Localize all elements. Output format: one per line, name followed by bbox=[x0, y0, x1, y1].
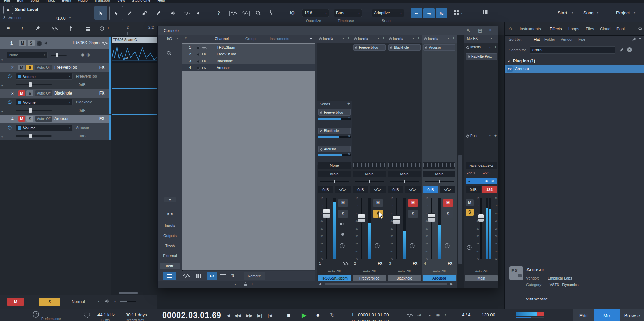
expand-automation-icon[interactable]: ▾ bbox=[1, 110, 3, 113]
inserts-header[interactable]: Inserts ▾ + bbox=[317, 35, 352, 43]
performance-gauge-icon[interactable] bbox=[32, 311, 39, 318]
wrench-icon[interactable] bbox=[35, 26, 40, 31]
sort-flat[interactable]: Flat bbox=[534, 37, 540, 41]
track-name[interactable]: Arousor bbox=[54, 116, 69, 121]
bank-trash[interactable]: Trash bbox=[158, 243, 182, 249]
output-select[interactable]: Main bbox=[388, 171, 421, 177]
fx-view-button[interactable]: FX bbox=[207, 272, 217, 280]
power-icon[interactable] bbox=[320, 111, 323, 114]
solo-button[interactable]: S bbox=[408, 210, 418, 218]
power-icon[interactable] bbox=[320, 148, 323, 151]
console-vscrollbar[interactable] bbox=[457, 35, 464, 288]
channel-row[interactable]: 3 FX Blackhole bbox=[182, 57, 315, 65]
chevron-down-icon[interactable]: ▾ bbox=[177, 37, 178, 40]
browse-view-button[interactable]: Browse bbox=[620, 309, 644, 321]
send-slot[interactable]: Blackhole bbox=[318, 128, 351, 134]
search-input[interactable] bbox=[530, 46, 615, 54]
automation-mode[interactable]: Auto: Off bbox=[352, 269, 387, 273]
automation-slider-handle[interactable] bbox=[29, 82, 32, 87]
snap-dropdown[interactable]: Adaptive ▾ bbox=[372, 9, 404, 17]
io-selector[interactable]: I/O bbox=[167, 37, 172, 41]
track-name[interactable]: TR606S..3bpm bbox=[72, 40, 100, 45]
song-page-button[interactable]: Song bbox=[583, 10, 593, 15]
automation-param-dropdown[interactable]: Volume ▾ bbox=[16, 73, 73, 80]
solo-button[interactable]: S bbox=[338, 210, 348, 218]
chevron-down-icon[interactable]: ▾ bbox=[98, 300, 99, 303]
chevron-down-icon[interactable]: ▾ bbox=[378, 37, 379, 40]
play-button[interactable]: ▶ bbox=[302, 311, 307, 319]
ring-icon[interactable]: ◉ bbox=[436, 312, 440, 317]
sort-vendor[interactable]: Vendor bbox=[561, 37, 573, 41]
mute-button[interactable]: M bbox=[466, 199, 474, 206]
pan-display[interactable]: <C> bbox=[370, 186, 386, 193]
menu-view[interactable]: View bbox=[117, 0, 125, 2]
scroll-left-icon[interactable]: ◀ bbox=[319, 282, 321, 286]
track-io-dropdown[interactable]: None ▾ bbox=[7, 52, 48, 58]
chevron-down-icon[interactable]: ▾ bbox=[69, 16, 71, 19]
chevron-down-icon[interactable]: ▾ bbox=[491, 37, 492, 40]
wrench-icon[interactable] bbox=[632, 37, 637, 42]
chevron-down-icon[interactable]: ▾ bbox=[413, 37, 414, 40]
fx-badge[interactable]: FX bbox=[99, 116, 104, 121]
menu-event[interactable]: Event bbox=[62, 0, 71, 2]
fader-handle[interactable] bbox=[428, 213, 435, 222]
vscrollbar-thumb[interactable] bbox=[458, 155, 462, 264]
post-inserts-header[interactable]: Post ▾ + bbox=[464, 133, 498, 139]
global-solo-button[interactable]: S bbox=[39, 298, 60, 306]
mute-button[interactable]: M bbox=[373, 199, 383, 207]
mute-tool-button[interactable] bbox=[166, 6, 179, 20]
fader-track[interactable] bbox=[326, 198, 327, 259]
metering-toolbar[interactable]: ▲ ◉ ◎ bbox=[466, 178, 497, 184]
power-icon[interactable] bbox=[7, 125, 12, 130]
add-icon[interactable]: + bbox=[251, 282, 253, 286]
chevron-down-icon[interactable]: ▾ bbox=[572, 11, 573, 14]
sort-folder[interactable]: Folder bbox=[544, 37, 555, 41]
automation-mode[interactable]: Auto: Off bbox=[464, 269, 498, 273]
automation-mode-button[interactable]: Auto: Off bbox=[35, 65, 52, 70]
power-icon[interactable] bbox=[319, 37, 322, 40]
dot-icon[interactable]: ● bbox=[429, 313, 431, 317]
automation-value-slider[interactable] bbox=[16, 84, 52, 85]
mute-button[interactable]: M bbox=[18, 116, 25, 122]
pan-display[interactable]: <C> bbox=[440, 186, 455, 193]
automation-wave-icon[interactable] bbox=[407, 313, 413, 317]
power-icon[interactable] bbox=[390, 46, 393, 49]
paint-tool-button[interactable] bbox=[152, 6, 165, 20]
chevron-down-icon[interactable]: ▾ bbox=[448, 37, 449, 40]
bank-instr[interactable]: Instr. bbox=[160, 263, 180, 269]
clock-icon[interactable] bbox=[409, 243, 415, 249]
output-select[interactable]: Main bbox=[423, 171, 455, 177]
automation-mode[interactable]: Auto: Off bbox=[317, 269, 352, 273]
add-track-button[interactable]: + bbox=[107, 26, 110, 31]
inspector-icon[interactable]: i bbox=[22, 26, 23, 31]
automation-icon[interactable] bbox=[52, 27, 58, 31]
automation-mode-button[interactable]: Auto: Off bbox=[35, 116, 52, 122]
tempo-display[interactable]: 120.00 bbox=[482, 312, 495, 317]
expand-automation-icon[interactable]: ▾ bbox=[1, 58, 3, 62]
pan-display[interactable]: <C> bbox=[405, 186, 421, 193]
search-icon[interactable] bbox=[638, 26, 643, 31]
pan-slider-handle[interactable] bbox=[404, 180, 405, 183]
track-row[interactable]: 1 M S TR606S..3bpm None ▾ ◉ ◎ bbox=[0, 37, 111, 63]
menu-studio-one[interactable]: Studio One bbox=[132, 0, 150, 2]
mixfx-header[interactable]: Mix FX ▾ bbox=[464, 35, 498, 43]
inserts-header[interactable]: Inserts ▾ + bbox=[352, 35, 387, 43]
menu-help[interactable]: Help bbox=[157, 0, 165, 2]
clock-icon[interactable] bbox=[466, 244, 472, 250]
lock-icon[interactable] bbox=[244, 282, 247, 286]
loop-start-value[interactable]: 00001.01.01.00 bbox=[358, 312, 389, 317]
insert-slot[interactable]: FabFilterPro.. bbox=[466, 53, 497, 60]
strip-name[interactable]: Main bbox=[465, 275, 498, 281]
gain-display[interactable]: 0dB bbox=[466, 186, 481, 193]
punch-in-button[interactable]: ⇤ bbox=[411, 8, 422, 18]
knob-icon[interactable]: ◉ bbox=[81, 52, 84, 57]
chevron-down-icon[interactable]: ▾ bbox=[634, 11, 635, 14]
expand-icon[interactable]: ⇅ bbox=[231, 273, 235, 278]
help-button[interactable]: ? bbox=[217, 10, 220, 16]
send-fader-icon[interactable]: ⇅ bbox=[348, 153, 350, 156]
channel-name[interactable]: Arousor bbox=[217, 66, 230, 70]
scrollbar-thumb[interactable] bbox=[325, 283, 447, 285]
bend-tool-button[interactable] bbox=[181, 6, 194, 20]
send-fader-icon[interactable]: ⇅ bbox=[348, 116, 350, 119]
gain-display[interactable]: 0dB bbox=[353, 186, 368, 193]
